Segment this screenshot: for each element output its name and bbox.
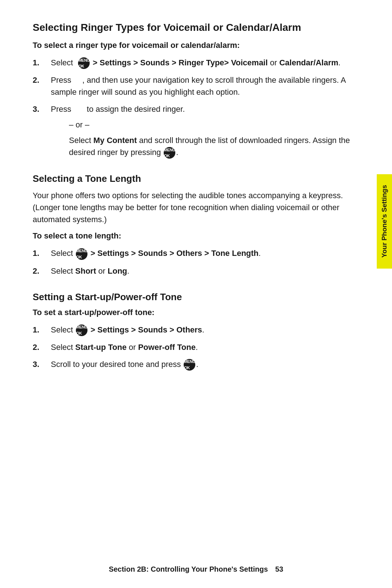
tone-length-body: Your phone offers two options for select… (33, 189, 359, 225)
startup-step-number-2: 2. (33, 341, 39, 353)
or-divider: – or – (69, 119, 359, 131)
startup-tone-heading: Setting a Start-up/Power-off Tone (33, 291, 359, 303)
page-footer: Section 2B: Controlling Your Phone's Set… (0, 565, 392, 573)
footer-page-number: 53 (275, 565, 283, 573)
menu-icon-step1: MENUOK (78, 57, 90, 69)
startup-tone-section: Setting a Start-up/Power-off Tone To set… (33, 291, 359, 371)
ringer-section: Selecting Ringer Types for Voicemail or … (33, 22, 359, 159)
tone-length-steps-list: 1. Select MENUOK > Settings > Sounds > O… (33, 247, 359, 277)
ringer-steps-list: 1. Select MENUOK > Settings > Sounds > R… (33, 57, 359, 159)
tone-step1-text: Select MENUOK > Settings > Sounds > Othe… (51, 249, 261, 258)
startup-step-number-1: 1. (33, 324, 39, 336)
side-tab: Your Phone's Settings (377, 174, 392, 269)
ringer-section-heading: Selecting Ringer Types for Voicemail or … (33, 22, 359, 33)
tone-step-number-2: 2. (33, 265, 39, 277)
ringer-step2-text: Press , and then use your navigation key… (51, 75, 346, 97)
ringer-step3-text: Press to assign the desired ringer. (51, 105, 185, 114)
ringer-step-1: 1. Select MENUOK > Settings > Sounds > R… (33, 57, 359, 69)
tone-length-section: Selecting a Tone Length Your phone offer… (33, 173, 359, 277)
menu-icon-step3: MENUOK (164, 147, 175, 159)
startup-step-2: 2. Select Start-up Tone or Power-off Ton… (33, 341, 359, 353)
menu-icon-tone1: MENUOK (76, 248, 87, 260)
menu-icon-startup1: MENUOK (76, 324, 87, 336)
startup-tone-steps-list: 1. Select MENUOK > Settings > Sounds > O… (33, 324, 359, 371)
ringer-step3-or-text: Select My Content and scroll through the… (69, 134, 359, 159)
ringer-instruction-label: To select a ringer type for voicemail or… (33, 41, 359, 50)
startup-step-number-3: 3. (33, 358, 39, 370)
startup-step-3: 3. Scroll to your desired tone and press… (33, 358, 359, 371)
tone-step-number-1: 1. (33, 247, 39, 259)
startup-step-1: 1. Select MENUOK > Settings > Sounds > O… (33, 324, 359, 336)
startup-step3-text: Scroll to your desired tone and press ME… (51, 360, 199, 369)
footer-section-label: Section 2B: Controlling Your Phone's Set… (109, 565, 268, 573)
ringer-step1-text: Select MENUOK > Settings > Sounds > Ring… (51, 58, 340, 67)
side-tab-text: Your Phone's Settings (380, 185, 389, 258)
ringer-step-2: 2. Press , and then use your navigation … (33, 74, 359, 98)
step-number-2: 2. (33, 74, 39, 86)
startup-tone-instruction-label: To set a start-up/power-off tone: (33, 308, 359, 317)
ringer-step-3: 3. Press to assign the desired ringer. –… (33, 103, 359, 159)
startup-step1-text: Select MENUOK > Settings > Sounds > Othe… (51, 325, 204, 334)
startup-step2-text: Select Start-up Tone or Power-off Tone. (51, 343, 198, 352)
page-container: Your Phone's Settings Selecting Ringer T… (0, 0, 392, 588)
step-number-3: 3. (33, 103, 39, 115)
tone-step-2: 2. Select Short or Long. (33, 265, 359, 277)
tone-step2-text: Select Short or Long. (51, 266, 129, 275)
tone-length-instruction-label: To select a tone length: (33, 231, 359, 241)
tone-length-heading: Selecting a Tone Length (33, 173, 359, 184)
menu-icon-startup3: MENUOK (184, 359, 195, 371)
tone-step-1: 1. Select MENUOK > Settings > Sounds > O… (33, 247, 359, 260)
step-number-1: 1. (33, 57, 39, 69)
